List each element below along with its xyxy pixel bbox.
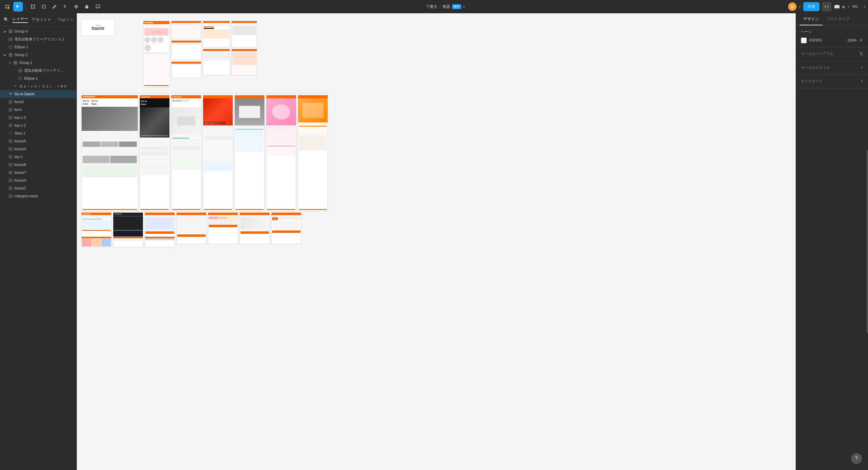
left-panel-header: 🔍 レイヤー アセット Page 1 ▾ <box>0 13 76 26</box>
car-frames-group: Go toKato Go toKato <box>82 92 328 211</box>
frame-bottom-3[interactable] <box>145 212 175 235</box>
image-icon-2 <box>18 68 22 73</box>
layer-kasou7[interactable]: ▶ kasou7 <box>0 169 76 176</box>
layer-ellipse1[interactable]: ▶ Ellipse 1 <box>0 43 76 51</box>
image-icon-11 <box>8 171 13 175</box>
frame-main-7[interactable] <box>298 95 328 211</box>
frame-thumb-1[interactable]: スタッフ紹介 <box>143 21 170 87</box>
frame-bottom-r1[interactable] <box>240 212 270 235</box>
layer-top-1-2[interactable]: ▶ top-1-2 <box>0 122 76 129</box>
image-icon-4 <box>8 108 13 112</box>
svg-rect-24 <box>11 53 12 55</box>
layer-daichi-text[interactable]: ▶ Ｄａｉｃｈｉ Ｃａｒ．ＩＮＣ <box>0 82 76 90</box>
tab-layers[interactable]: レイヤー <box>12 16 28 23</box>
ellipse-icon-2 <box>18 76 22 81</box>
draft-label: 下書き <box>426 4 434 9</box>
layer-group4[interactable]: ▶ Group 4 <box>0 27 76 35</box>
layer-form2[interactable]: ▶ form2 <box>0 98 76 106</box>
comment-tool-icon[interactable] <box>93 2 103 11</box>
frame-main-6[interactable] <box>266 95 296 211</box>
image-icon-10 <box>8 163 13 167</box>
layer-kasou2[interactable]: ▶ kasou2 <box>0 184 76 192</box>
frame-bottom-2[interactable] <box>113 212 143 235</box>
svg-rect-27 <box>14 61 15 62</box>
layer-ev-icon-inner[interactable]: ▶ 電気自動車フリーアイコン... <box>0 67 76 75</box>
svg-point-2 <box>5 7 7 9</box>
svg-rect-28 <box>16 61 17 62</box>
layer-category-news[interactable]: ▶ category-news <box>0 192 76 200</box>
components-tool-icon[interactable] <box>71 2 81 11</box>
search-icon[interactable]: 🔍 <box>4 17 9 22</box>
layer-ellipse1-inner[interactable]: ▶ Ellipse 1 <box>0 75 76 82</box>
page-selector[interactable]: Page 1 <box>58 18 69 22</box>
layer-kasou4[interactable]: ▶ kasou4 <box>0 145 76 153</box>
svg-rect-25 <box>9 55 10 56</box>
frame-thumb-form-mid[interactable] <box>171 40 201 60</box>
tab-assets[interactable]: アセット <box>32 17 47 22</box>
layer-group2[interactable]: ▶ Group 2 <box>0 51 76 59</box>
pen-tool-icon[interactable] <box>50 2 59 11</box>
far-right-frames <box>231 21 257 87</box>
ellipse-icon <box>8 45 13 49</box>
frame-thumb-r2[interactable] <box>203 49 230 76</box>
main-frames-row: Go toKato Go toKato <box>82 92 328 211</box>
frame-tool-icon[interactable] <box>28 2 38 11</box>
layer-slice1[interactable]: ▶ Slice 1 <box>0 129 76 137</box>
frame-thumb-form-top[interactable] <box>171 21 201 39</box>
svg-point-0 <box>5 4 7 6</box>
frame-main-1[interactable]: Go toKato Go toKato <box>82 95 138 211</box>
image-icon-8 <box>8 147 13 151</box>
svg-point-32 <box>19 77 22 80</box>
layer-kasou6[interactable]: ▶ kasou6 <box>0 161 76 169</box>
svg-rect-17 <box>9 30 10 31</box>
image-icon-14 <box>8 194 13 198</box>
bottom-frames-row <box>82 212 238 235</box>
frame-bottom-5[interactable] <box>208 212 238 235</box>
main-menu-icon[interactable] <box>2 2 12 11</box>
page-selector-dropdown[interactable]: ▾ <box>71 18 73 22</box>
shape-tool-icon[interactable] <box>39 2 49 11</box>
svg-rect-29 <box>14 63 15 64</box>
layer-group1[interactable]: ▼ Group 1 <box>0 59 76 67</box>
frame-main-3[interactable]: 車の総合サービス <box>171 95 201 211</box>
frame-bottom-4[interactable] <box>176 212 207 235</box>
text-icon <box>13 84 18 88</box>
canvas-area[interactable]: Go to Daichi スタッフ紹介 <box>77 13 434 235</box>
frame-bottom-r2[interactable]: TEL <box>271 212 301 235</box>
left-panel: 🔍 レイヤー アセット Page 1 ▾ ▶ Group 4 <box>0 13 77 235</box>
toolbar-center: 下書き / 無題 無料 ▾ <box>104 4 434 9</box>
layer-top1[interactable]: ▶ top-1 <box>0 153 76 161</box>
image-icon-7 <box>8 139 13 143</box>
layer-kasou3[interactable]: ▶ kasou3 <box>0 176 76 184</box>
frame-main-4[interactable]: 選ばれる理由 3つのポイント <box>203 95 233 211</box>
svg-rect-13 <box>42 5 45 8</box>
frame-bottom-1[interactable] <box>82 212 112 235</box>
image-icon-5 <box>8 116 13 120</box>
frame-main-5[interactable] <box>235 95 265 211</box>
select-tool-icon[interactable] <box>13 2 23 11</box>
layer-form[interactable]: ▶ form <box>0 106 76 114</box>
layer-goto-daichi[interactable]: ▶ Go to Daichi <box>0 90 76 98</box>
frame-thumb-r1[interactable] <box>203 21 230 47</box>
goto-daichi-frame[interactable]: Go to Daichi <box>82 19 115 36</box>
bottom-frames-row-2: TEL <box>240 212 301 235</box>
canvas-content: Go to Daichi スタッフ紹介 <box>80 16 434 235</box>
frame-thumb-fr2[interactable] <box>231 49 257 76</box>
layer-ev-icon31[interactable]: ▶ 電気自動車フリーアイコン３１ <box>0 35 76 43</box>
asset-notification-dot <box>48 19 50 21</box>
svg-rect-20 <box>11 32 12 33</box>
layer-kasou5[interactable]: ▶ kasou5 <box>0 137 76 145</box>
svg-point-22 <box>9 46 12 49</box>
layer-top-1-3[interactable]: ▶ top-1-3 <box>0 114 76 122</box>
main-frame-group-inner: Go toKato Go toKato <box>82 95 328 211</box>
tab-assets-container[interactable]: アセット <box>32 17 50 22</box>
text-icon-2 <box>8 92 13 96</box>
slice-icon <box>8 131 13 136</box>
frame-thumb-form-bot[interactable] <box>171 62 201 78</box>
frame-thumb-fr1[interactable] <box>231 21 257 47</box>
frame-main-2[interactable]: Go toKato <box>140 95 170 211</box>
text-tool-icon[interactable]: T <box>61 2 70 11</box>
hand-tool-icon[interactable] <box>82 2 92 11</box>
image-icon-9 <box>8 155 13 159</box>
svg-rect-30 <box>16 63 17 64</box>
